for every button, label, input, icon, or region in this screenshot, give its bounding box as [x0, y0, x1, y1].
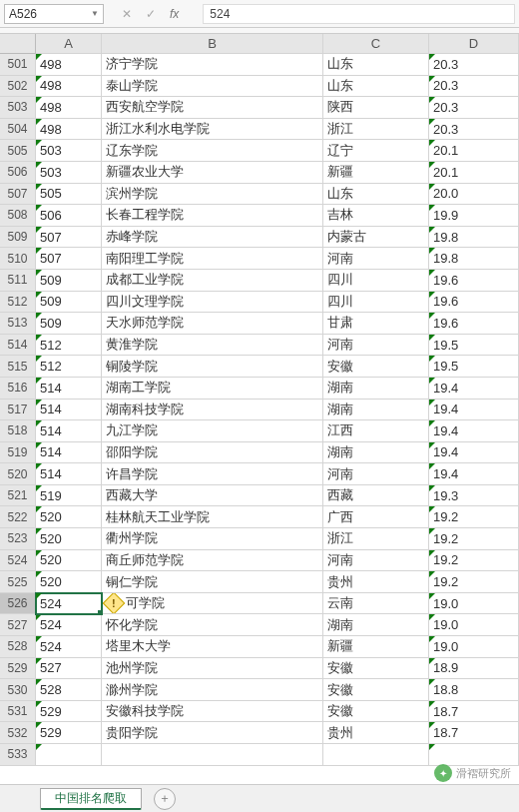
spreadsheet-grid[interactable]: ABCD501498济宁学院山东20.3502498泰山学院山东20.35034…	[0, 34, 519, 766]
cell-C506[interactable]: 新疆	[323, 162, 429, 184]
cell-D525[interactable]: 19.2	[429, 571, 519, 593]
row-header-511[interactable]: 511	[0, 270, 36, 292]
cell-D517[interactable]: 19.4	[429, 400, 519, 421]
cell-A518[interactable]: 514	[36, 420, 102, 442]
cell-B508[interactable]: 长春工程学院	[102, 205, 323, 227]
column-header-B[interactable]: B	[102, 34, 323, 54]
row-header-509[interactable]: 509	[0, 227, 36, 249]
cell-D501[interactable]: 20.3	[429, 54, 519, 76]
cell-C504[interactable]: 浙江	[323, 119, 429, 141]
column-header-A[interactable]: A	[36, 34, 102, 54]
cell-D506[interactable]: 20.1	[429, 162, 519, 184]
cell-B525[interactable]: 铜仁学院	[102, 571, 323, 593]
name-box-dropdown-icon[interactable]: ▼	[91, 9, 99, 18]
cell-B533[interactable]	[102, 744, 323, 766]
cell-B501[interactable]: 济宁学院	[102, 54, 323, 76]
cell-D524[interactable]: 19.2	[429, 550, 519, 572]
row-header-501[interactable]: 501	[0, 54, 36, 76]
cell-D527[interactable]: 19.0	[429, 614, 519, 636]
cell-B522[interactable]: 桂林航天工业学院	[102, 506, 323, 528]
cell-C515[interactable]: 安徽	[323, 356, 429, 378]
row-header-517[interactable]: 517	[0, 400, 36, 421]
cell-D510[interactable]: 19.8	[429, 248, 519, 270]
cell-D504[interactable]: 20.3	[429, 119, 519, 141]
cell-B521[interactable]: 西藏大学	[102, 485, 323, 507]
cell-B527[interactable]: 怀化学院	[102, 614, 323, 636]
cell-B507[interactable]: 滨州学院	[102, 184, 323, 206]
row-header-514[interactable]: 514	[0, 335, 36, 357]
cell-D503[interactable]: 20.3	[429, 97, 519, 119]
cell-A505[interactable]: 503	[36, 140, 102, 162]
cell-D523[interactable]: 19.2	[429, 528, 519, 550]
cell-D521[interactable]: 19.3	[429, 485, 519, 507]
cell-D528[interactable]: 19.0	[429, 636, 519, 658]
cell-B513[interactable]: 天水师范学院	[102, 313, 323, 335]
cell-A531[interactable]: 529	[36, 701, 102, 723]
row-header-531[interactable]: 531	[0, 701, 36, 723]
cell-A507[interactable]: 505	[36, 184, 102, 206]
cell-D529[interactable]: 18.9	[429, 658, 519, 680]
cell-A515[interactable]: 512	[36, 356, 102, 378]
cell-B526[interactable]: !可学院	[102, 593, 323, 615]
cell-B505[interactable]: 辽东学院	[102, 140, 323, 162]
cell-B509[interactable]: 赤峰学院	[102, 227, 323, 249]
cell-A521[interactable]: 519	[36, 485, 102, 507]
cell-D516[interactable]: 19.4	[429, 378, 519, 400]
row-header-518[interactable]: 518	[0, 420, 36, 442]
cell-A524[interactable]: 520	[36, 550, 102, 572]
row-header-523[interactable]: 523	[0, 528, 36, 550]
cell-D507[interactable]: 20.0	[429, 184, 519, 206]
cell-C527[interactable]: 湖南	[323, 614, 429, 636]
cell-C521[interactable]: 西藏	[323, 485, 429, 507]
cell-B529[interactable]: 池州学院	[102, 658, 323, 680]
cell-D532[interactable]: 18.7	[429, 722, 519, 744]
cell-A525[interactable]: 520	[36, 571, 102, 593]
cell-C503[interactable]: 陕西	[323, 97, 429, 119]
row-header-506[interactable]: 506	[0, 162, 36, 184]
row-header-528[interactable]: 528	[0, 636, 36, 658]
row-header-525[interactable]: 525	[0, 571, 36, 593]
row-header-527[interactable]: 527	[0, 614, 36, 636]
row-header-515[interactable]: 515	[0, 356, 36, 378]
row-header-510[interactable]: 510	[0, 248, 36, 270]
cell-D514[interactable]: 19.5	[429, 335, 519, 357]
cell-D515[interactable]: 19.5	[429, 356, 519, 378]
cell-A510[interactable]: 507	[36, 248, 102, 270]
cell-C519[interactable]: 湖南	[323, 442, 429, 464]
cell-D508[interactable]: 19.9	[429, 205, 519, 227]
cell-C507[interactable]: 山东	[323, 184, 429, 206]
row-header-530[interactable]: 530	[0, 679, 36, 701]
cell-C509[interactable]: 内蒙古	[323, 227, 429, 249]
fx-icon[interactable]: fx	[170, 7, 179, 21]
column-header-D[interactable]: D	[429, 34, 519, 54]
cell-A522[interactable]: 520	[36, 506, 102, 528]
cell-C526[interactable]: 云南	[323, 593, 429, 615]
cell-A529[interactable]: 527	[36, 658, 102, 680]
cell-D511[interactable]: 19.6	[429, 270, 519, 292]
cell-B510[interactable]: 南阳理工学院	[102, 248, 323, 270]
cell-C518[interactable]: 江西	[323, 420, 429, 442]
row-header-524[interactable]: 524	[0, 550, 36, 572]
cell-D518[interactable]: 19.4	[429, 420, 519, 442]
cell-C530[interactable]: 安徽	[323, 679, 429, 701]
cell-B516[interactable]: 湖南工学院	[102, 378, 323, 400]
row-header-516[interactable]: 516	[0, 378, 36, 400]
cell-C528[interactable]: 新疆	[323, 636, 429, 658]
cell-B504[interactable]: 浙江水利水电学院	[102, 119, 323, 141]
row-header-505[interactable]: 505	[0, 140, 36, 162]
cell-D512[interactable]: 19.6	[429, 292, 519, 314]
cell-C511[interactable]: 四川	[323, 270, 429, 292]
cell-B511[interactable]: 成都工业学院	[102, 270, 323, 292]
cell-C505[interactable]: 辽宁	[323, 140, 429, 162]
cell-A526[interactable]: 524	[36, 593, 102, 615]
cell-D520[interactable]: 19.4	[429, 463, 519, 485]
cell-D522[interactable]: 19.2	[429, 506, 519, 528]
cell-A516[interactable]: 514	[36, 378, 102, 400]
formula-input[interactable]: 524	[203, 4, 515, 24]
cell-A506[interactable]: 503	[36, 162, 102, 184]
cancel-icon[interactable]: ✕	[122, 7, 132, 21]
cell-A517[interactable]: 514	[36, 400, 102, 421]
cell-A532[interactable]: 529	[36, 722, 102, 744]
row-header-519[interactable]: 519	[0, 442, 36, 464]
cell-B503[interactable]: 西安航空学院	[102, 97, 323, 119]
